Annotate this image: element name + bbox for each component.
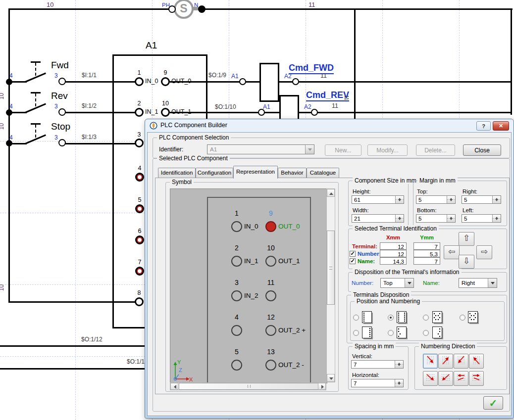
number-disposition-dropdown[interactable]: Top bbox=[380, 278, 414, 288]
height-label: Height: bbox=[353, 188, 370, 195]
new-button[interactable]: New... bbox=[325, 144, 361, 156]
numbering-direction-6-button[interactable] bbox=[438, 371, 453, 386]
terminal-layout-option-3-radio[interactable] bbox=[423, 315, 429, 321]
scroll-left-button[interactable] bbox=[170, 383, 178, 390]
top-label: Top: bbox=[417, 188, 428, 195]
terminal[interactable] bbox=[231, 221, 242, 232]
modify-button[interactable]: Modify... bbox=[367, 144, 408, 156]
junction-dot bbox=[6, 79, 12, 85]
terminal[interactable] bbox=[265, 360, 276, 371]
name-disposition-dropdown[interactable]: Right bbox=[459, 278, 497, 288]
spinner[interactable] bbox=[395, 379, 403, 387]
wire-ref: 11 bbox=[332, 103, 338, 110]
terminal[interactable] bbox=[265, 290, 276, 301]
terminal-number: 3 bbox=[230, 279, 244, 286]
numbering-direction-2-icon bbox=[440, 355, 451, 368]
terminal-layout-option-6-radio[interactable] bbox=[388, 330, 394, 336]
terminal-x-field[interactable]: 12 bbox=[380, 242, 407, 250]
vertical-scrollbar[interactable] bbox=[326, 188, 335, 382]
symbol-preview[interactable]: 1 IN_0 9 OUT_0 2 IN_1 10 OUT_1 bbox=[170, 188, 327, 383]
scroll-right-button[interactable] bbox=[318, 383, 326, 390]
margin-right-field[interactable]: 5 bbox=[462, 195, 501, 204]
move-up-button[interactable]: ⇧ bbox=[459, 232, 474, 246]
terminal-layout-option-1-radio[interactable] bbox=[353, 315, 359, 321]
wire bbox=[278, 81, 293, 83]
terminal-number-selected: 9 bbox=[264, 209, 278, 217]
terminal-number: 3 bbox=[135, 132, 144, 139]
terminal-unconnected bbox=[135, 204, 144, 213]
wire-ref-rotated: 11 bbox=[344, 95, 349, 100]
spinner[interactable] bbox=[447, 215, 455, 222]
number-x-value: 12 bbox=[398, 251, 404, 257]
dialog-titlebar[interactable]: PLC Component Builder ? ✕ bbox=[145, 119, 514, 132]
delete-button[interactable]: Delete... bbox=[416, 144, 455, 156]
spinner[interactable] bbox=[492, 215, 501, 222]
close-button[interactable]: ✕ bbox=[493, 121, 509, 131]
spinner[interactable] bbox=[395, 215, 404, 222]
terminal[interactable] bbox=[231, 325, 242, 336]
move-down-button[interactable]: ⇩ bbox=[459, 255, 474, 269]
terminal[interactable] bbox=[231, 360, 242, 371]
terminal-layout-option-2-radio[interactable] bbox=[388, 315, 394, 321]
terminal[interactable] bbox=[265, 256, 276, 267]
vertical-spacing-field[interactable]: 7 bbox=[351, 360, 404, 369]
terminal-selected[interactable] bbox=[265, 221, 276, 232]
plc-component-builder-dialog[interactable]: PLC Component Builder ? ✕ PLC Component … bbox=[145, 119, 514, 419]
scroll-up-button[interactable] bbox=[327, 189, 335, 197]
wire-label: $I:1/2 bbox=[82, 103, 97, 109]
identifier-dropdown[interactable]: A1 bbox=[207, 144, 314, 154]
number-y-field[interactable]: 5,3 bbox=[413, 250, 440, 257]
tab-identification[interactable]: Identification bbox=[158, 168, 196, 178]
number-x-field[interactable]: 12 bbox=[380, 250, 407, 257]
margin-left-field[interactable]: 5 bbox=[462, 214, 501, 223]
terminal[interactable] bbox=[231, 256, 242, 267]
help-button[interactable]: ? bbox=[476, 121, 491, 131]
height-field[interactable]: 61 bbox=[352, 195, 404, 204]
numbering-direction-8-button[interactable] bbox=[469, 371, 484, 386]
width-field[interactable]: 21 bbox=[352, 214, 404, 223]
name-x-field[interactable]: 14,3 bbox=[380, 257, 407, 265]
numbering-direction-1-button[interactable] bbox=[423, 354, 438, 369]
name-y-field[interactable]: 7 bbox=[413, 257, 440, 265]
numbering-direction-7-button[interactable] bbox=[454, 371, 468, 386]
terminal-number: 1 bbox=[230, 209, 244, 217]
spinner[interactable] bbox=[395, 196, 404, 203]
axis-z-label: Z bbox=[179, 367, 182, 373]
tab-representation[interactable]: Representation bbox=[233, 166, 278, 179]
move-left-button[interactable]: ⇦ bbox=[444, 245, 460, 259]
tab-catalogue[interactable]: Catalogue bbox=[307, 168, 339, 178]
horizontal-spacing-field[interactable]: 7 bbox=[351, 379, 404, 387]
terminal-layout-option-7-radio[interactable] bbox=[423, 330, 429, 336]
terminal-number: 10 bbox=[159, 100, 171, 107]
tab-behavior[interactable]: Behavior bbox=[278, 168, 307, 178]
terminal[interactable] bbox=[231, 290, 242, 301]
move-right-button[interactable]: ⇨ bbox=[476, 245, 492, 259]
vertical-scroll-thumb[interactable] bbox=[327, 231, 335, 305]
spinner[interactable] bbox=[395, 361, 403, 368]
numbering-direction-2-button[interactable] bbox=[438, 354, 453, 369]
numbering-direction-5-button[interactable] bbox=[423, 371, 438, 386]
name-checkbox[interactable]: ✓ bbox=[350, 258, 356, 264]
ok-button[interactable]: ✓ bbox=[483, 396, 503, 410]
close-dialog-button[interactable]: Close bbox=[463, 144, 501, 156]
number-checkbox[interactable]: ✓ bbox=[350, 251, 356, 257]
terminal-row-label: Terminal: bbox=[349, 243, 377, 250]
margin-top-field[interactable]: 5 bbox=[416, 195, 456, 204]
spinner[interactable] bbox=[447, 196, 455, 203]
terminal-layout-option-4-radio[interactable] bbox=[460, 315, 465, 321]
spinner[interactable] bbox=[492, 196, 501, 203]
numbering-direction-3-button[interactable] bbox=[454, 354, 468, 369]
scroll-down-button[interactable] bbox=[327, 374, 335, 382]
horizontal-scroll-thumb[interactable] bbox=[179, 383, 318, 390]
terminal-layout-option-5-radio[interactable] bbox=[353, 330, 359, 336]
margin-bottom-field[interactable]: 5 bbox=[416, 214, 456, 223]
dialog-title: PLC Component Builder bbox=[160, 122, 227, 129]
horizontal-scrollbar[interactable] bbox=[170, 382, 326, 390]
numbering-direction-4-button[interactable] bbox=[469, 354, 484, 369]
terminal-y-field[interactable]: 7 bbox=[413, 242, 440, 250]
wire bbox=[65, 112, 136, 113]
terminal[interactable] bbox=[265, 325, 276, 336]
group-label: Numbering Direction bbox=[419, 343, 477, 350]
tab-configuration[interactable]: Configuration bbox=[196, 168, 233, 178]
terminal-number: 2 bbox=[135, 100, 144, 107]
